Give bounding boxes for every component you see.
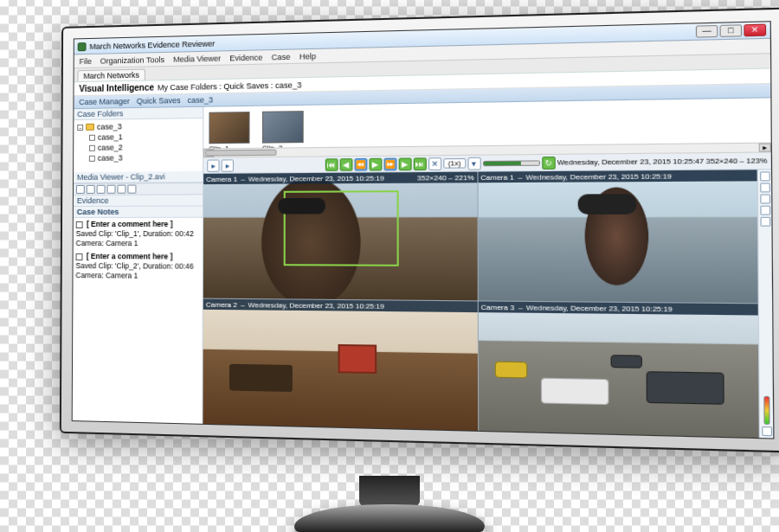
grid-16-icon[interactable] bbox=[107, 185, 116, 194]
grid-9-icon[interactable] bbox=[97, 185, 106, 194]
file-icon bbox=[89, 134, 95, 140]
playback-left-tools: ▸ ▸ bbox=[203, 157, 239, 174]
main-area: Clip_1 Clip_2 ◄ ► ▸ ▸ bbox=[203, 98, 773, 438]
menu-evidence[interactable]: Evidence bbox=[229, 53, 262, 62]
person-icon[interactable]: ✕ bbox=[428, 157, 441, 170]
toolbar-timestamp: Wednesday, December 23, 2015 10:25:47 bbox=[557, 157, 705, 167]
left-sidebar: Case Folders - case_3 case_1 case_2 bbox=[73, 107, 204, 424]
marker-b-icon[interactable]: ▸ bbox=[222, 159, 234, 171]
scroll-right-icon[interactable]: ► bbox=[759, 144, 771, 152]
play-icon[interactable]: ▶ bbox=[369, 157, 382, 170]
case-manager-label[interactable]: Case Manager bbox=[79, 97, 130, 106]
case-note[interactable]: [ Enter a comment here ] Saved Clip: 'Cl… bbox=[76, 220, 200, 249]
folder-label: case_3 bbox=[98, 152, 123, 163]
media-viewer-title: Media Viewer - Clip_2.avi bbox=[74, 171, 203, 183]
menu-organization-tools[interactable]: Organization Tools bbox=[100, 54, 164, 65]
camera-timestamp: Wednesday, December 23, 2015 10:25:19 bbox=[248, 301, 384, 311]
note-line: Camera: Camera 1 bbox=[75, 271, 138, 280]
clip-thumbnail[interactable]: Clip_1 bbox=[209, 111, 249, 151]
case-folders-tree[interactable]: - case_3 case_1 case_2 case_3 bbox=[74, 119, 203, 172]
close-button[interactable]: ✕ bbox=[744, 24, 766, 37]
minus-icon[interactable]: - bbox=[77, 124, 83, 130]
menu-media-viewer[interactable]: Media Viewer bbox=[173, 54, 221, 63]
maximize-button[interactable]: □ bbox=[720, 24, 743, 37]
skip-start-icon[interactable]: ⏮ bbox=[325, 158, 338, 171]
zoom-out-icon[interactable] bbox=[127, 185, 136, 194]
media-mini-toolbar bbox=[74, 183, 203, 195]
quick-saves-label[interactable]: Quick Saves bbox=[137, 96, 181, 106]
note-header[interactable]: [ Enter a comment here ] bbox=[87, 220, 173, 228]
case3-label[interactable]: case_3 bbox=[188, 95, 214, 105]
checkbox-icon[interactable] bbox=[76, 221, 83, 228]
tab-march-networks[interactable]: March Networks bbox=[77, 69, 145, 82]
menu-file[interactable]: File bbox=[80, 56, 92, 65]
camera-label: Camera 1 bbox=[480, 173, 514, 182]
vehicle-icon bbox=[495, 361, 528, 378]
level-meter-icon bbox=[763, 396, 769, 425]
camera-label: Camera 2 bbox=[206, 300, 237, 309]
right-tool-strip bbox=[757, 170, 774, 438]
folder-row[interactable]: case_3 bbox=[77, 152, 199, 163]
menu-help[interactable]: Help bbox=[299, 51, 316, 61]
evidence-title: Evidence bbox=[74, 195, 203, 207]
camera-cell-1[interactable]: Camera 1 – Wednesday, December 23, 2015 … bbox=[203, 172, 477, 301]
note-header[interactable]: [ Enter a comment here ] bbox=[87, 252, 173, 260]
checkbox-icon[interactable] bbox=[76, 253, 83, 260]
step-back-icon[interactable]: ◀ bbox=[340, 158, 353, 171]
camera-header: Camera 3 – Wednesday, December 23, 2015 … bbox=[478, 301, 772, 315]
folder-label: case_3 bbox=[97, 121, 122, 131]
folder-label: case_2 bbox=[98, 142, 123, 152]
marker-a-icon[interactable]: ▸ bbox=[207, 159, 219, 171]
case-note[interactable]: [ Enter a comment here ] Saved Clip: 'Cl… bbox=[75, 252, 199, 281]
playback-speed[interactable]: (1x) bbox=[443, 158, 466, 169]
file-icon bbox=[89, 144, 95, 151]
skip-end-icon[interactable]: ⏭ bbox=[414, 157, 427, 170]
speed-down-icon[interactable]: ▾ bbox=[467, 157, 480, 170]
file-icon bbox=[89, 155, 95, 161]
grid-1-icon[interactable] bbox=[76, 185, 85, 194]
toolbar-resolution: 352×240 – 123% bbox=[706, 157, 768, 165]
minimize-button[interactable]: — bbox=[696, 25, 718, 38]
camera-grid: Camera 1 – Wednesday, December 23, 2015 … bbox=[203, 170, 773, 438]
zoom-in-icon[interactable] bbox=[117, 185, 126, 194]
note-line: Camera: Camera 1 bbox=[76, 239, 138, 247]
vehicle-icon bbox=[611, 355, 642, 369]
export-icon[interactable] bbox=[760, 217, 770, 227]
step-forward-icon[interactable]: ▶ bbox=[399, 157, 412, 170]
window-title: March Networks Evidence Reviewer bbox=[89, 39, 215, 51]
monitor-stand bbox=[294, 476, 485, 532]
camera-header: Camera 2 – Wednesday, December 23, 2015 … bbox=[203, 299, 477, 313]
fast-forward-icon[interactable]: ⏩ bbox=[383, 157, 396, 170]
progress-bar[interactable] bbox=[483, 160, 540, 166]
clip-thumbnail-row: Clip_1 Clip_2 ◄ ► bbox=[203, 98, 771, 157]
camera-timestamp: Wednesday, December 23, 2015 10:25:19 bbox=[526, 172, 672, 182]
case-notes-panel[interactable]: [ Enter a comment here ] Saved Clip: 'Cl… bbox=[73, 218, 203, 424]
brand-label: Visual Intelligence bbox=[79, 82, 154, 93]
note-line: Saved Clip: 'Clip_1', Duration: 00:42 bbox=[76, 229, 194, 238]
camera-cell-3[interactable]: Camera 3 – Wednesday, December 23, 2015 … bbox=[478, 301, 773, 438]
record-icon[interactable] bbox=[760, 183, 770, 192]
selection-box[interactable] bbox=[283, 190, 398, 266]
grid-4-icon[interactable] bbox=[87, 185, 95, 194]
note-line: Saved Clip: 'Clip_2', Duration: 00:46 bbox=[75, 261, 193, 271]
settings-icon[interactable] bbox=[762, 426, 772, 436]
camera-timestamp: Wednesday, December 23, 2015 10:25:19 bbox=[248, 174, 384, 183]
vehicle-icon bbox=[647, 371, 724, 405]
app-icon bbox=[78, 42, 87, 51]
vehicle-icon bbox=[541, 377, 609, 405]
camera-header: Camera 1 – Wednesday, December 23, 2015 … bbox=[203, 172, 477, 184]
snapshot-icon[interactable] bbox=[760, 171, 770, 181]
rewind-icon[interactable]: ⏪ bbox=[354, 157, 367, 170]
camera-cell-2[interactable]: Camera 2 – Wednesday, December 23, 2015 … bbox=[203, 299, 477, 431]
camera-cell-1b[interactable]: Camera 1 – Wednesday, December 23, 2015 … bbox=[478, 170, 772, 303]
screen: March Networks Evidence Reviewer — □ ✕ F… bbox=[72, 21, 775, 439]
loop-icon[interactable]: ↻ bbox=[542, 156, 556, 169]
camera-timestamp: Wednesday, December 23, 2015 10:25:19 bbox=[526, 304, 673, 313]
clip-thumbnail[interactable]: Clip_2 bbox=[262, 111, 304, 152]
menu-case[interactable]: Case bbox=[272, 52, 291, 61]
annotate-icon[interactable] bbox=[760, 206, 770, 215]
scroll-thumb[interactable] bbox=[205, 150, 276, 157]
folder-icon bbox=[86, 124, 94, 131]
bookmark-icon[interactable] bbox=[760, 195, 770, 204]
thumbnail-image bbox=[209, 111, 249, 143]
